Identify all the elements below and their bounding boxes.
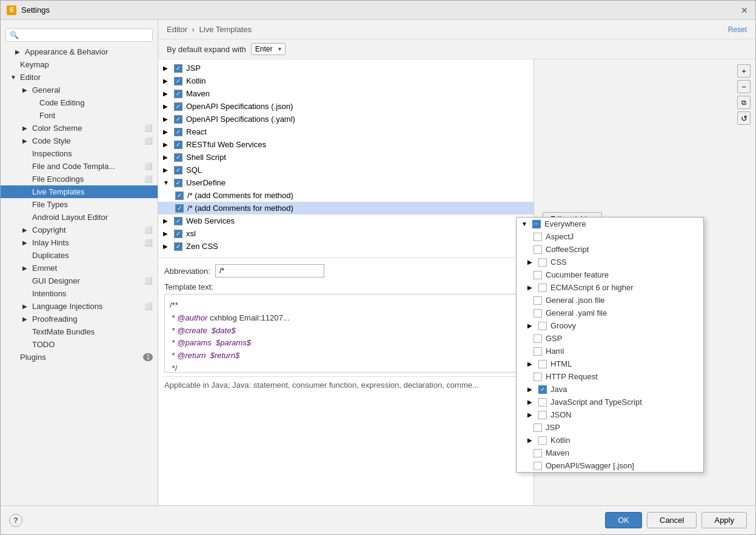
group-header-openapi-json[interactable]: ▶ ✓ OpenAPI Specifications (.json) [158,100,534,113]
dd-checkbox-groovy[interactable] [538,322,547,330]
dd-group-everywhere[interactable]: ▼ − Everywhere [517,218,703,230]
reset-button[interactable]: Reset [728,25,747,34]
dd-item-cucumber[interactable]: Cucumber feature [517,268,703,281]
item-checkbox[interactable]: ✓ [175,191,184,200]
group-checkbox[interactable]: ✓ [174,242,182,251]
group-checkbox[interactable]: ✓ [174,128,182,136]
search-input[interactable] [5,28,153,42]
dd-group-json[interactable]: ▶ JSON [517,408,703,421]
group-header-kotlin[interactable]: ▶ ✓ Kotlin [158,75,534,87]
dd-item-http-request[interactable]: HTTP Request [517,370,703,383]
group-header-openapi-yaml[interactable]: ▶ ✓ OpenAPI Specifications (.yaml) [158,113,534,125]
applicable-dropdown[interactable]: ▼ − Everywhere AspectJ CoffeeScript [516,217,704,473]
group-checkbox[interactable]: ✓ [174,115,182,124]
sidebar-item-file-code-templates[interactable]: File and Code Templa... ⬜ [1,160,158,173]
dd-group-ecmascript[interactable]: ▶ ECMAScript 6 or higher [517,281,703,294]
dd-checkbox-general-yaml[interactable] [534,309,542,317]
group-checkbox[interactable]: ✓ [174,153,182,162]
dd-item-jsp[interactable]: JSP [517,421,703,434]
sidebar-item-inlay-hints[interactable]: ▶ Inlay Hints ⬜ [1,236,158,249]
group-checkbox[interactable]: ✓ [174,90,182,98]
sidebar-item-emmet[interactable]: ▶ Emmet [1,262,158,274]
code-area[interactable]: /** * @author cxhblog Email:11207... * @… [164,294,527,373]
dd-checkbox-aspectj[interactable] [534,233,542,241]
group-header-maven[interactable]: ▶ ✓ Maven [158,87,534,100]
group-checkbox[interactable]: ✓ [174,141,182,149]
group-checkbox[interactable]: ✓ [174,64,182,73]
dd-item-aspectj[interactable]: AspectJ [517,230,703,243]
dd-item-general-json[interactable]: General .json file [517,294,703,307]
group-checkbox[interactable]: ✓ [174,166,182,174]
dd-checkbox-everywhere[interactable]: − [532,220,541,228]
cancel-button[interactable]: Cancel [647,512,697,528]
dd-checkbox-maven[interactable] [534,449,542,457]
sidebar-item-font[interactable]: Font [1,109,158,122]
group-header-webservices[interactable]: ▶ ✓ Web Services [158,214,534,227]
dd-checkbox-cucumber[interactable] [534,271,542,279]
sidebar-item-textmate-bundles[interactable]: TextMate Bundles [1,325,158,338]
sidebar-item-file-types[interactable]: File Types [1,198,158,211]
dd-checkbox-html[interactable] [538,360,547,368]
sidebar-item-inspections[interactable]: Inspections [1,147,158,160]
template-item-2[interactable]: ✓ /* (add Comments for method) [158,202,534,214]
dd-checkbox-coffeescript[interactable] [534,245,542,254]
dd-checkbox-jsp[interactable] [534,424,542,432]
dd-checkbox-haml[interactable] [534,347,542,356]
sidebar-item-code-editing[interactable]: Code Editing [1,96,158,109]
group-checkbox[interactable]: ✓ [174,217,182,225]
item-checkbox[interactable]: ✓ [175,204,184,213]
dd-item-openapi-swagger[interactable]: OpenAPI/Swagger [.json] [517,459,703,472]
sidebar-item-code-style[interactable]: ▶ Code Style ⬜ [1,135,158,147]
apply-button[interactable]: Apply [701,512,747,528]
sidebar-item-live-templates[interactable]: Live Templates [1,185,158,198]
sidebar-item-duplicates[interactable]: Duplicates [1,249,158,262]
dd-group-kotlin[interactable]: ▶ Kotlin [517,434,703,447]
dd-checkbox-css[interactable] [538,258,547,267]
group-header-restful[interactable]: ▶ ✓ RESTful Web Services [158,138,534,151]
dd-checkbox-json[interactable] [538,411,547,419]
help-button[interactable]: ? [9,514,22,527]
dd-item-general-yaml[interactable]: General .yaml file [517,307,703,319]
add-button[interactable]: + [737,64,751,78]
template-item-1[interactable]: ✓ /* (add Comments for method) [158,189,534,202]
sidebar-item-proofreading[interactable]: ▶ Proofreading [1,313,158,325]
sidebar-item-file-encodings[interactable]: File Encodings ⬜ [1,173,158,185]
dd-group-js-ts[interactable]: ▶ JavaScript and TypeScript [517,396,703,408]
sidebar-item-appearance[interactable]: ▶ Appearance & Behavior [1,45,158,58]
group-checkbox[interactable]: ✓ [174,102,182,111]
copy-button[interactable]: ⧉ [737,96,751,109]
sidebar-item-keymap[interactable]: Keymap [1,58,158,71]
dd-group-html[interactable]: ▶ HTML [517,357,703,370]
sidebar-item-gui-designer[interactable]: GUI Designer ⬜ [1,274,158,287]
group-checkbox[interactable]: ✓ [174,179,182,187]
dd-item-maven[interactable]: Maven [517,447,703,459]
group-checkbox[interactable]: ✓ [174,77,182,85]
group-header-react[interactable]: ▶ ✓ React [158,125,534,138]
sidebar-item-copyright[interactable]: ▶ Copyright ⬜ [1,224,158,236]
group-header-sql[interactable]: ▶ ✓ SQL [158,164,534,176]
expand-select[interactable]: Enter [251,43,286,55]
group-header-shell[interactable]: ▶ ✓ Shell Script [158,151,534,164]
sidebar-item-plugins[interactable]: Plugins 1 [1,351,158,364]
sidebar-item-editor[interactable]: ▼ Editor [1,71,158,84]
dd-group-groovy[interactable]: ▶ Groovy [517,319,703,332]
dd-group-css[interactable]: ▶ CSS [517,256,703,268]
dd-checkbox-http-request[interactable] [534,373,542,381]
dd-checkbox-gsp[interactable] [534,334,542,343]
dd-checkbox-ecmascript[interactable] [538,284,547,292]
group-header-zen-css[interactable]: ▶ ✓ Zen CSS [158,240,534,253]
dd-checkbox-general-json[interactable] [534,296,542,305]
group-header-userdefine[interactable]: ▼ ✓ UserDefine [158,176,534,189]
ok-button[interactable]: OK [605,512,642,528]
sidebar-item-todo[interactable]: TODO [1,338,158,351]
dd-checkbox-java[interactable]: ✓ [538,385,547,394]
group-header-jsp[interactable]: ▶ ✓ JSP [158,62,534,75]
sidebar-item-general[interactable]: ▶ General [1,84,158,96]
revert-button[interactable]: ↺ [737,111,751,125]
remove-button[interactable]: − [737,80,751,93]
sidebar-item-language-injections[interactable]: ▶ Language Injections ⬜ [1,300,158,313]
dd-item-coffeescript[interactable]: CoffeeScript [517,243,703,256]
close-button[interactable]: ✕ [740,5,749,15]
dd-checkbox-openapi[interactable] [534,462,542,470]
sidebar-item-intentions[interactable]: Intentions [1,287,158,300]
